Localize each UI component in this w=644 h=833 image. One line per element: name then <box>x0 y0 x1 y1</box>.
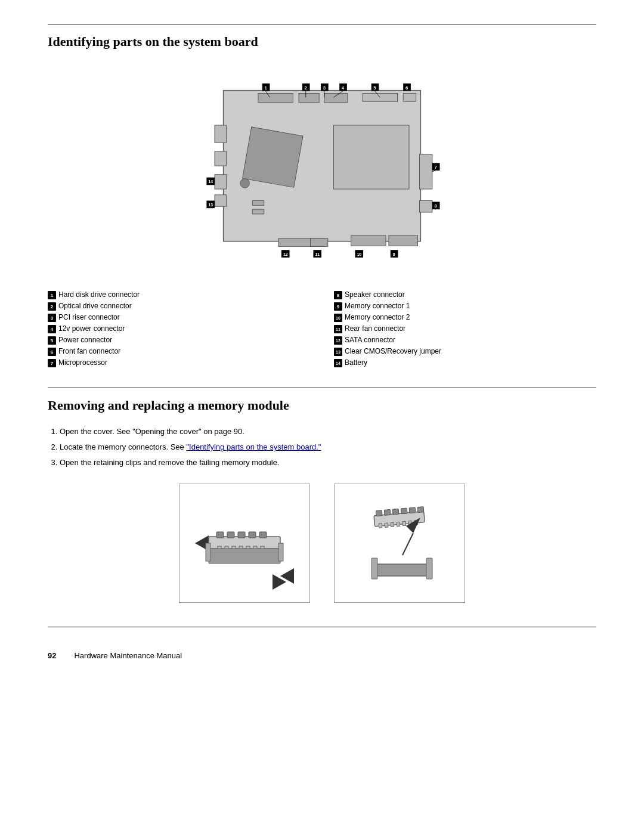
page-content: Identifying parts on the system board <box>48 24 596 660</box>
svg-rect-13 <box>333 125 408 189</box>
svg-rect-72 <box>278 543 283 561</box>
part-label-13: Clear CMOS/Recovery jumper <box>345 347 441 355</box>
svg-text:14: 14 <box>208 179 213 184</box>
page-footer: 92 Hardware Maintenance Manual <box>48 651 596 660</box>
svg-rect-20 <box>252 209 264 214</box>
svg-line-93 <box>402 533 413 555</box>
svg-text:10: 10 <box>357 252 361 256</box>
svg-rect-19 <box>252 201 264 206</box>
svg-text:11: 11 <box>315 252 320 256</box>
top-divider <box>48 24 596 24</box>
part-badge-10: 10 <box>334 314 342 322</box>
parts-col-left: 1 Hard disk drive connector 2 Optical dr… <box>48 290 310 370</box>
part-badge-8: 8 <box>334 291 342 299</box>
part-badge-11: 11 <box>334 325 342 333</box>
section2-title: Removing and replacing a memory module <box>48 398 596 413</box>
part-item-13: 13 Clear CMOS/Recovery jumper <box>334 347 596 356</box>
svg-rect-15 <box>311 239 328 247</box>
svg-rect-89 <box>401 508 407 514</box>
part-badge-9: 9 <box>334 302 342 311</box>
svg-rect-11 <box>419 201 432 212</box>
part-item-5: 5 Power connector <box>48 336 310 345</box>
svg-text:3: 3 <box>323 85 326 91</box>
svg-rect-7 <box>215 151 226 166</box>
svg-line-54 <box>432 171 436 172</box>
svg-rect-2 <box>299 94 319 103</box>
svg-rect-77 <box>426 558 432 579</box>
part-label-8: Speaker connector <box>345 290 405 299</box>
svg-rect-88 <box>392 509 399 515</box>
footer-divider <box>48 627 596 627</box>
svg-rect-3 <box>324 94 348 103</box>
svg-text:1: 1 <box>264 85 267 91</box>
parts-list: 1 Hard disk drive connector 2 Optical dr… <box>48 290 596 370</box>
part-label-4: 12v power connector <box>58 324 125 333</box>
parts-col-right: 8 Speaker connector 9 Memory connector 1… <box>334 290 596 370</box>
part-label-9: Memory connector 1 <box>345 302 410 310</box>
part-item-3: 3 PCI riser connector <box>48 313 310 322</box>
step-2-text: Locate the memory connectors. See <box>60 442 186 451</box>
part-item-9: 9 Memory connector 1 <box>334 302 596 311</box>
part-label-3: PCI riser connector <box>58 313 120 321</box>
svg-rect-80 <box>385 523 388 527</box>
part-label-2: Optical drive connector <box>58 302 132 310</box>
part-label-7: Microprocessor <box>58 358 107 367</box>
middle-divider <box>48 388 596 388</box>
part-badge-4: 4 <box>48 325 56 333</box>
section2: Removing and replacing a memory module O… <box>48 398 596 603</box>
svg-text:5: 5 <box>373 85 376 91</box>
svg-rect-6 <box>215 125 226 143</box>
step-1-text: Open the cover. See "Opening the cover" … <box>60 427 244 436</box>
part-item-10: 10 Memory connector 2 <box>334 313 596 322</box>
part-item-1: 1 Hard disk drive connector <box>48 290 310 299</box>
system-board-link[interactable]: "Identifying parts on the system board." <box>186 442 321 451</box>
svg-rect-90 <box>409 507 416 513</box>
svg-rect-75 <box>376 564 429 576</box>
part-item-4: 4 12v power connector <box>48 324 310 333</box>
memory-images <box>48 484 596 603</box>
step-1: Open the cover. See "Opening the cover" … <box>60 425 596 438</box>
svg-rect-10 <box>419 154 432 189</box>
part-item-8: 8 Speaker connector <box>334 290 596 299</box>
svg-text:13: 13 <box>208 203 213 207</box>
svg-rect-87 <box>384 510 391 516</box>
svg-text:12: 12 <box>283 252 288 256</box>
svg-rect-76 <box>371 558 377 579</box>
part-badge-14: 14 <box>334 359 342 367</box>
part-item-6: 6 Front fan connector <box>48 347 310 356</box>
svg-rect-8 <box>215 175 226 189</box>
part-item-11: 11 Rear fan connector <box>334 324 596 333</box>
svg-text:2: 2 <box>305 85 308 91</box>
svg-text:8: 8 <box>435 203 438 209</box>
svg-rect-5 <box>403 94 416 102</box>
svg-rect-67 <box>238 532 245 538</box>
part-label-6: Front fan connector <box>58 347 120 355</box>
memory-left-svg <box>188 493 301 594</box>
svg-rect-79 <box>379 524 382 528</box>
part-badge-5: 5 <box>48 336 56 345</box>
svg-rect-66 <box>227 532 234 538</box>
step-3: Open the retaining clips and remove the … <box>60 456 596 469</box>
svg-rect-83 <box>402 522 406 526</box>
part-item-12: 12 SATA connector <box>334 336 596 345</box>
step-2: Locate the memory connectors. See "Ident… <box>60 441 596 454</box>
part-badge-12: 12 <box>334 336 342 345</box>
svg-rect-91 <box>417 507 424 513</box>
step-3-text: Open the retaining clips and remove the … <box>60 458 280 467</box>
svg-rect-82 <box>397 522 400 526</box>
svg-rect-81 <box>391 522 394 527</box>
svg-text:7: 7 <box>435 165 437 170</box>
part-label-11: Rear fan connector <box>345 324 405 333</box>
section1-title: Identifying parts on the system board <box>48 34 596 49</box>
board-diagram-svg: 1 2 3 4 5 6 7 8 9 10 <box>173 61 471 276</box>
svg-rect-12 <box>243 127 303 187</box>
svg-rect-16 <box>351 236 386 246</box>
svg-rect-69 <box>259 532 267 538</box>
part-label-5: Power connector <box>58 336 112 344</box>
part-badge-6: 6 <box>48 348 56 356</box>
part-badge-2: 2 <box>48 302 56 311</box>
footer-label: Hardware Maintenance Manual <box>74 651 182 660</box>
memory-right-svg <box>343 493 456 594</box>
memory-image-left <box>179 484 310 603</box>
part-label-14: Battery <box>345 358 367 367</box>
